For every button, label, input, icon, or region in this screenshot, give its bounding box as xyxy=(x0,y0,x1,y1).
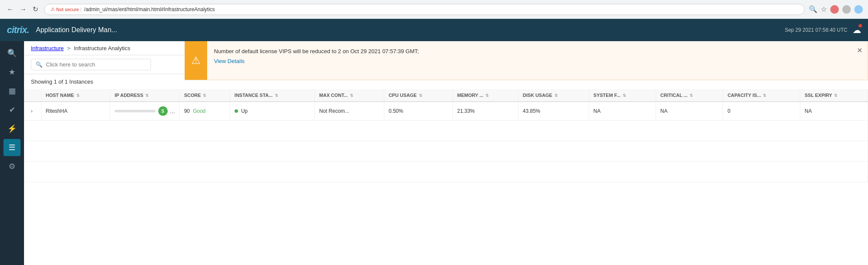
notification-content: Number of default license VIPS will be r… xyxy=(207,41,852,71)
top-bar-time: Sep 29 2021 07:58:40 UTC xyxy=(785,27,847,33)
th-memory[interactable]: MEMORY ... ⇅ xyxy=(453,89,518,102)
th-ip[interactable]: IP ADDRESS ⇅ xyxy=(110,89,180,102)
search-box[interactable]: 🔍 xyxy=(31,59,151,70)
breadcrumb-current: Infrastructure Analytics xyxy=(74,45,130,51)
sort-icon-memory: ⇅ xyxy=(485,93,489,98)
star-icon: ★ xyxy=(9,67,15,77)
th-critical[interactable]: CRITICAL ... ⇅ xyxy=(656,89,723,102)
sort-icon-disk: ⇅ xyxy=(555,93,558,98)
td-ip: S ... xyxy=(110,102,180,120)
th-disk-usage[interactable]: DISK USAGE ⇅ xyxy=(518,89,589,102)
sidebar-item-settings[interactable]: ⚡ xyxy=(3,120,21,137)
expand-row-button[interactable]: › xyxy=(28,107,35,115)
th-capacity-is[interactable]: CAPACITY IS... ⇅ xyxy=(723,89,800,102)
notification-banner: ⚠ Number of default license VIPS will be… xyxy=(184,41,868,80)
search-input[interactable] xyxy=(46,61,146,68)
list-icon: ☰ xyxy=(9,143,15,152)
notification-icon[interactable]: ☁ xyxy=(853,25,861,35)
sidebar-item-check[interactable]: ✔ xyxy=(3,101,21,118)
notification-message: Number of default license VIPS will be r… xyxy=(214,48,845,54)
th-max-cont[interactable]: MAX CONT... ⇅ xyxy=(315,89,384,102)
search-browser-button[interactable]: 🔍 xyxy=(809,5,817,13)
sort-icon-capacity: ⇅ xyxy=(763,93,766,98)
reload-button[interactable]: ↻ xyxy=(31,3,40,15)
profile-icon-gray[interactable] xyxy=(842,5,851,14)
sort-icon-maxcont: ⇅ xyxy=(350,93,353,98)
td-hostname: RiteshHA xyxy=(41,102,110,120)
address-bar[interactable]: ⚠ Not secure | /admin_ui/mas/ent/html/ma… xyxy=(44,4,805,15)
notification-view-details-link[interactable]: View Details xyxy=(214,58,244,64)
td-capacity-is: 0 xyxy=(723,102,800,120)
notification-dot xyxy=(859,24,862,27)
grid-icon: ▦ xyxy=(9,86,16,96)
forward-button[interactable]: → xyxy=(18,4,28,15)
td-instance-status: Up xyxy=(230,102,315,120)
sidebar: 🔍 ★ ▦ ✔ ⚡ ☰ ⚙ xyxy=(0,41,24,265)
td-disk-usage: 43.85% xyxy=(518,102,589,120)
notification-close-button[interactable]: ✕ xyxy=(852,41,868,60)
th-hostname[interactable]: HOST NAME ⇅ xyxy=(41,89,110,102)
ip-bar xyxy=(115,110,155,112)
sidebar-item-dashboard[interactable]: ▦ xyxy=(3,82,21,99)
instance-status-value: Up xyxy=(241,108,247,114)
table-row: › RiteshHA S ... xyxy=(24,102,868,120)
breadcrumb-separator: > xyxy=(67,45,71,51)
ip-more-button[interactable]: ... xyxy=(170,108,175,114)
score-label: Good xyxy=(193,108,205,114)
search-icon: 🔍 xyxy=(36,61,42,68)
sidebar-item-favorites[interactable]: ★ xyxy=(3,63,21,81)
empty-row-1 xyxy=(24,120,868,141)
sort-icon-critical: ⇅ xyxy=(690,93,693,98)
ip-cell: S ... xyxy=(115,106,175,116)
sort-icon-ip: ⇅ xyxy=(145,93,149,98)
profile-icon-blue[interactable] xyxy=(854,5,863,14)
top-bar: citrix. Application Delivery Man... Sep … xyxy=(0,19,868,41)
url-text: /admin_ui/mas/ent/html/main.html#Infrast… xyxy=(84,6,215,12)
top-bar-right: Sep 29 2021 07:58:40 UTC ☁ xyxy=(785,25,861,35)
td-critical: NA xyxy=(656,102,723,120)
th-instance-status[interactable]: INSTANCE STA... ⇅ xyxy=(230,89,315,102)
td-max-cont: Not Recom... xyxy=(315,102,384,120)
citrix-logo: citrix. xyxy=(7,24,29,36)
th-cpu-usage[interactable]: CPU USAGE ⇅ xyxy=(384,89,453,102)
sidebar-item-config[interactable]: ⚙ xyxy=(3,158,21,175)
sort-icon-hostname: ⇅ xyxy=(76,93,80,98)
profile-icon-red[interactable] xyxy=(830,5,839,14)
warning-triangle-icon: ⚠ xyxy=(191,54,201,66)
td-cpu-usage: 0.50% xyxy=(384,102,453,120)
sort-icon-system: ⇅ xyxy=(623,93,626,98)
th-ssl-expiry[interactable]: SSL EXPIRY ⇅ xyxy=(800,89,868,102)
score-value: 90 xyxy=(184,108,190,114)
th-score[interactable]: SCORE ⇅ xyxy=(180,89,230,102)
td-ssl-expiry: NA xyxy=(800,102,868,120)
back-button[interactable]: ← xyxy=(5,4,15,15)
td-score: 90 Good xyxy=(180,102,230,120)
notification-warning-bar: ⚠ xyxy=(185,41,207,80)
table-container: Showing 1 of 1 Instances HOST NAME ⇅ IP … xyxy=(24,74,868,265)
check-icon: ✔ xyxy=(9,105,15,114)
search-icon: 🔍 xyxy=(7,48,17,58)
browser-nav: ← → ↻ xyxy=(5,3,40,15)
td-memory: 21.33% xyxy=(453,102,518,120)
th-system-f[interactable]: SYSTEM F... ⇅ xyxy=(589,89,656,102)
avatar: S xyxy=(158,106,168,116)
browser-bar: ← → ↻ ⚠ Not secure | /admin_ui/mas/ent/h… xyxy=(0,0,868,19)
not-secure-indicator: ⚠ Not secure | xyxy=(51,6,81,12)
warning-icon: ⚠ xyxy=(51,6,55,12)
empty-row-3 xyxy=(24,162,868,182)
table-header-row: HOST NAME ⇅ IP ADDRESS ⇅ SCORE ⇅ INSTANC… xyxy=(24,89,868,102)
td-expand: › xyxy=(24,102,41,120)
th-expand xyxy=(24,89,41,102)
settings-icon: ⚡ xyxy=(7,124,17,133)
sidebar-item-search[interactable]: 🔍 xyxy=(3,45,21,62)
breadcrumb-parent[interactable]: Infrastructure xyxy=(31,45,64,51)
sort-icon-score: ⇅ xyxy=(203,93,206,98)
hostname-value: RiteshHA xyxy=(46,108,68,114)
instances-table: HOST NAME ⇅ IP ADDRESS ⇅ SCORE ⇅ INSTANC… xyxy=(24,89,868,182)
empty-row-2 xyxy=(24,141,868,162)
app: citrix. Application Delivery Man... Sep … xyxy=(0,19,868,265)
app-title: Application Delivery Man... xyxy=(36,26,785,34)
bookmark-button[interactable]: ☆ xyxy=(821,5,827,13)
sort-icon-ssl: ⇅ xyxy=(834,93,838,98)
sidebar-item-list[interactable]: ☰ xyxy=(3,139,21,156)
